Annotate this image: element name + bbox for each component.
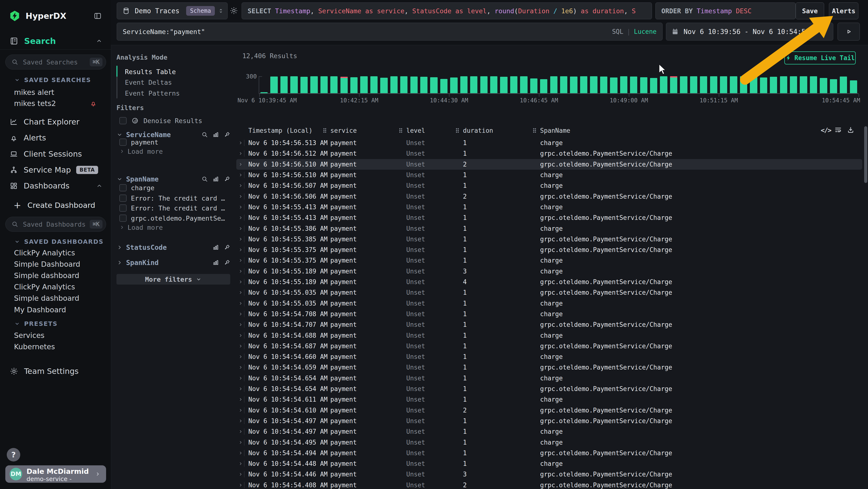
table-row[interactable]: Nov 6 10:54:54.446 AMpaymentUnset3grpc.o…	[236, 469, 863, 480]
filter-group-spankind[interactable]: SpanKind	[117, 258, 230, 267]
sidebar-item-service-map[interactable]: Service MapBETA	[0, 162, 111, 178]
histogram-bar[interactable]	[350, 77, 358, 93]
saved-dashboard-item[interactable]: My Dashboard	[14, 304, 97, 315]
filter-value-row[interactable]: payment	[119, 138, 227, 147]
histogram-bar[interactable]	[370, 76, 378, 93]
more-filters-button[interactable]: More filters	[117, 274, 230, 285]
wrap-lines-icon[interactable]	[834, 126, 842, 134]
histogram-bar[interactable]	[720, 76, 727, 93]
histogram-bar[interactable]	[530, 79, 537, 93]
table-row[interactable]: Nov 6 10:54:54.611 AMpaymentUnset1charge	[236, 394, 863, 405]
histogram-bar[interactable]	[550, 76, 557, 93]
histogram-bar[interactable]	[430, 77, 437, 93]
column-header-duration[interactable]: duration	[463, 127, 493, 134]
histogram-bar[interactable]	[400, 76, 407, 93]
histogram-bar[interactable]	[680, 76, 687, 93]
histogram-bar[interactable]	[390, 76, 398, 93]
histogram-bar[interactable]	[410, 77, 417, 93]
expand-row-icon[interactable]	[238, 322, 243, 327]
expand-row-icon[interactable]	[238, 461, 243, 466]
table-row[interactable]: Nov 6 10:54:54.688 AMpaymentUnset1charge	[236, 330, 863, 341]
histogram-bar[interactable]	[301, 77, 308, 93]
analysis-mode-event-patterns[interactable]: Event Patterns	[125, 88, 180, 98]
filter-group-statuscode[interactable]: StatusCode	[117, 242, 230, 252]
checkbox[interactable]	[119, 195, 127, 202]
histogram-bar[interactable]	[670, 76, 677, 93]
expand-row-icon[interactable]	[238, 451, 243, 456]
histogram-bar[interactable]	[290, 76, 298, 93]
pin-icon[interactable]	[223, 131, 230, 138]
preset-item[interactable]: Services	[14, 330, 97, 341]
expand-row-icon[interactable]	[238, 280, 243, 284]
bar-chart-icon[interactable]	[212, 259, 219, 266]
table-row[interactable]: Nov 6 10:54:56.513 AMpaymentUnset1charge	[236, 138, 863, 148]
chevron-right-icon[interactable]	[117, 244, 123, 251]
histogram-bar[interactable]	[360, 76, 368, 93]
histogram-bar[interactable]	[500, 77, 507, 93]
scrollbar-thumb[interactable]	[864, 126, 867, 183]
presets-heading[interactable]: PRESETS	[0, 320, 111, 328]
histogram-bar[interactable]	[590, 76, 597, 93]
column-header-service[interactable]: service	[330, 127, 357, 134]
checkbox[interactable]	[119, 214, 127, 222]
filter-value-row[interactable]: Error: The credit card …	[119, 203, 227, 213]
expand-row-icon[interactable]	[238, 483, 243, 488]
histogram[interactable]	[259, 76, 859, 93]
expand-row-icon[interactable]	[238, 472, 243, 477]
histogram-bar[interactable]	[760, 78, 767, 93]
histogram-bar[interactable]	[450, 78, 457, 93]
resume-live-tail-button[interactable]: Resume Live Tail	[784, 51, 856, 64]
histogram-bar[interactable]	[810, 76, 817, 93]
histogram-bar[interactable]	[770, 77, 777, 93]
table-row[interactable]: Nov 6 10:54:54.408 AMpaymentUnset2grpc.o…	[236, 480, 863, 489]
histogram-bar[interactable]	[420, 77, 428, 93]
preset-item[interactable]: Kubernetes	[14, 341, 97, 352]
table-row[interactable]: Nov 6 10:54:55.189 AMpaymentUnset4grpc.o…	[236, 277, 863, 287]
table-row[interactable]: Nov 6 10:54:55.413 AMpaymentUnset1grpc.o…	[236, 212, 863, 223]
table-row[interactable]: Nov 6 10:54:55.035 AMpaymentUnset1charge	[236, 298, 863, 309]
table-row[interactable]: Nov 6 10:54:54.659 AMpaymentUnset1grpc.o…	[236, 362, 863, 373]
alerts-button[interactable]: Alerts	[829, 2, 858, 19]
sidebar-item-team-settings[interactable]: Team Settings	[0, 365, 111, 377]
histogram-bar[interactable]	[700, 76, 707, 93]
column-drag-handle[interactable]	[533, 128, 536, 133]
bar-chart-icon[interactable]	[212, 131, 219, 138]
table-row[interactable]: Nov 6 10:54:54.494 AMpaymentUnset1grpc.o…	[236, 448, 863, 458]
expand-row-icon[interactable]	[238, 344, 243, 348]
column-drag-handle[interactable]	[456, 128, 459, 133]
saved-dashboards-heading[interactable]: SAVED DASHBOARDS	[0, 237, 111, 246]
sidebar-item-dashboards[interactable]: Dashboards	[0, 178, 111, 194]
expand-row-icon[interactable]	[238, 194, 243, 199]
histogram-bar[interactable]	[280, 76, 288, 93]
histogram-bar[interactable]	[520, 76, 527, 93]
table-row[interactable]: Nov 6 10:54:54.448 AMpaymentUnset1charge	[236, 458, 863, 469]
chevron-right-icon[interactable]	[117, 259, 123, 266]
load-more-button[interactable]: Load more	[119, 147, 163, 156]
language-toggle-sql[interactable]: SQL	[612, 28, 623, 35]
pin-icon[interactable]	[223, 244, 230, 251]
table-row[interactable]: Nov 6 10:54:56.510 AMpaymentUnset1charge	[236, 170, 863, 180]
save-button[interactable]: Save	[796, 2, 824, 19]
histogram-bar[interactable]	[620, 76, 627, 93]
histogram-bar[interactable]	[440, 79, 447, 93]
language-toggle-lucene[interactable]: Lucene	[634, 28, 656, 35]
expand-row-icon[interactable]	[238, 141, 243, 145]
expand-row-icon[interactable]	[238, 312, 243, 316]
expand-row-icon[interactable]	[238, 386, 243, 391]
table-row[interactable]: Nov 6 10:54:54.707 AMpaymentUnset1grpc.o…	[236, 319, 863, 330]
histogram-bar[interactable]	[320, 76, 328, 93]
bar-chart-icon[interactable]	[212, 176, 219, 182]
bar-chart-icon[interactable]	[212, 244, 219, 251]
checkbox[interactable]	[119, 184, 127, 192]
expand-row-icon[interactable]	[238, 301, 243, 306]
expand-row-icon[interactable]	[238, 290, 243, 295]
checkbox[interactable]	[119, 117, 127, 124]
search-icon[interactable]	[201, 131, 208, 138]
expand-row-icon[interactable]	[238, 162, 243, 167]
column-header-spanname[interactable]: SpanName	[540, 127, 570, 134]
table-row[interactable]: Nov 6 10:54:54.495 AMpaymentUnset1charge	[236, 437, 863, 448]
column-drag-handle[interactable]	[323, 128, 326, 133]
histogram-bar[interactable]	[750, 76, 757, 93]
sidebar-item-alerts[interactable]: Alerts	[0, 130, 111, 146]
histogram-bar[interactable]	[490, 76, 497, 93]
